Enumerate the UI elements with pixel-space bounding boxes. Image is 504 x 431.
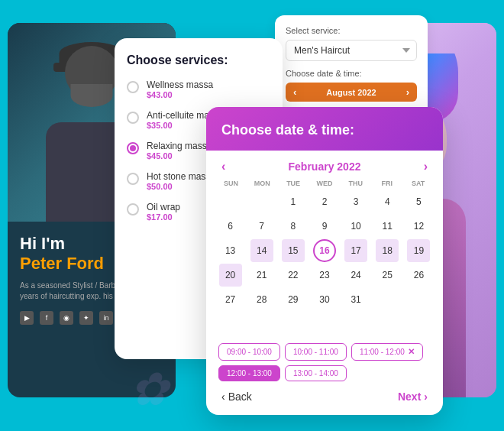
service-price: $45.00 — [147, 151, 212, 160]
prev-month-arrow[interactable]: ‹ — [293, 86, 296, 98]
next-arrow-icon: › — [424, 390, 428, 403]
calendar-day[interactable]: 12 — [407, 215, 430, 238]
calendar-popup: Choose date & time: ‹ February 2022 › SU… — [206, 107, 443, 415]
calendar-day[interactable]: 2 — [313, 190, 336, 213]
stylist-name: Peter Ford — [20, 254, 104, 273]
service-item[interactable]: Wellness massa $43.00 — [127, 79, 270, 99]
service-text: Anti-celluite ma $35.00 — [147, 110, 209, 130]
calendar-day[interactable]: 4 — [376, 190, 399, 213]
calendar-day — [219, 313, 242, 335]
calendar-day[interactable]: 24 — [344, 264, 367, 287]
calendar-day[interactable]: 26 — [407, 264, 430, 287]
calendar-day — [376, 288, 399, 311]
month-navigator: ‹ August 2022 › — [286, 83, 417, 102]
calendar-day — [407, 288, 430, 311]
time-slot-label: 11:00 - 12:00 — [360, 348, 405, 356]
calendar-day[interactable]: 9 — [313, 215, 336, 238]
service-text: Hot stone mass $50.00 — [147, 171, 210, 191]
time-slot-label: 09:00 - 10:00 — [227, 348, 272, 356]
current-month-label: August 2022 — [326, 88, 376, 97]
calendar-header: Choose date & time: — [206, 107, 443, 151]
time-slots-container: 09:00 - 10:0010:00 - 11:0011:00 - 12:00✕… — [206, 335, 443, 384]
calendar-day[interactable]: 7 — [250, 215, 273, 238]
calendar-day[interactable]: 28 — [250, 288, 273, 311]
twitter-icon[interactable]: ✦ — [79, 311, 93, 325]
service-name: Wellness massa — [147, 79, 213, 90]
greeting-line1: Hi I'm — [20, 234, 65, 253]
calendar-day[interactable]: 5 — [407, 190, 430, 213]
calendar-day[interactable]: 21 — [250, 264, 273, 287]
service-select[interactable]: Men's Haircut — [286, 40, 417, 61]
service-price: $35.00 — [147, 121, 209, 130]
service-name: Oil wrap — [147, 202, 180, 212]
service-name: Relaxing massa — [147, 141, 212, 151]
cal-day-headers: SUN MON TUE WED THU FRI SAT — [206, 180, 443, 187]
calendar-day[interactable]: 30 — [313, 288, 336, 311]
calendar-day[interactable]: 14 — [250, 239, 273, 262]
calendar-day[interactable]: 20 — [219, 264, 242, 287]
time-slot-label: 12:00 - 13:00 — [227, 369, 272, 378]
time-slot[interactable]: 13:00 - 14:00 — [285, 365, 347, 381]
calendar-day[interactable]: 1 — [282, 190, 305, 213]
service-name: Anti-celluite ma — [147, 110, 209, 121]
calendar-month-nav: ‹ February 2022 › — [206, 151, 443, 180]
calendar-day[interactable]: 19 — [407, 239, 430, 262]
radio-button[interactable] — [127, 142, 139, 154]
time-slot[interactable]: 09:00 - 10:00 — [218, 343, 280, 361]
calendar-day[interactable]: 10 — [344, 215, 367, 238]
service-price: $43.00 — [147, 90, 213, 99]
service-price: $17.00 — [147, 212, 180, 222]
service-price: $50.00 — [147, 182, 210, 191]
cal-next-arrow[interactable]: › — [424, 160, 428, 173]
back-label: Back — [228, 390, 252, 403]
calendar-day[interactable]: 22 — [282, 264, 305, 287]
time-slot-label: 10:00 - 11:00 — [293, 348, 338, 356]
time-slot[interactable]: 11:00 - 12:00✕ — [351, 343, 423, 361]
select-service-label: Select service: — [286, 26, 417, 35]
calendar-day[interactable]: 13 — [219, 239, 242, 262]
radio-button[interactable] — [127, 173, 139, 185]
calendar-day[interactable]: 8 — [282, 215, 305, 238]
calendar-day[interactable]: 17 — [344, 239, 367, 262]
calendar-day — [250, 190, 273, 213]
radio-button[interactable] — [127, 112, 139, 124]
facebook-icon[interactable]: f — [40, 311, 53, 325]
remove-slot-icon[interactable]: ✕ — [408, 347, 415, 357]
service-text: Relaxing massa $45.00 — [147, 141, 212, 160]
time-slot[interactable]: 12:00 - 13:00 — [218, 365, 280, 381]
choose-date-label: Choose date & time: — [286, 69, 417, 78]
time-slot[interactable]: 10:00 - 11:00 — [285, 343, 347, 361]
back-arrow-icon: ‹ — [221, 390, 225, 403]
back-button[interactable]: ‹ Back — [221, 390, 252, 403]
calendar-day[interactable]: 11 — [376, 215, 399, 238]
radio-button[interactable] — [127, 203, 139, 216]
calendar-day — [219, 190, 242, 213]
calendar-day[interactable]: 23 — [313, 264, 336, 287]
service-name: Hot stone mass — [147, 171, 210, 182]
calendar-day[interactable]: 6 — [219, 215, 242, 238]
linkedin-icon[interactable]: in — [99, 311, 113, 325]
calendar-day[interactable]: 25 — [376, 264, 399, 287]
calendar-grid: 1234567891011121314151617181920212223242… — [206, 190, 443, 335]
next-button[interactable]: Next › — [398, 390, 428, 403]
calendar-day[interactable]: 16 — [313, 239, 336, 262]
next-month-arrow[interactable]: › — [406, 86, 409, 98]
service-text: Wellness massa $43.00 — [147, 79, 213, 99]
cal-prev-arrow[interactable]: ‹ — [221, 160, 225, 173]
calendar-title: Choose date & time: — [221, 122, 428, 138]
calendar-day[interactable]: 29 — [282, 288, 305, 311]
next-label: Next — [398, 390, 421, 403]
youtube-icon[interactable]: ▶ — [20, 311, 34, 325]
beard-shape — [71, 84, 113, 107]
calendar-day[interactable]: 27 — [219, 288, 242, 311]
radio-button[interactable] — [127, 81, 139, 93]
calendar-day[interactable]: 18 — [376, 239, 399, 262]
calendar-day[interactable]: 15 — [282, 239, 305, 262]
time-slot-label: 13:00 - 14:00 — [293, 369, 338, 378]
service-text: Oil wrap $17.00 — [147, 202, 180, 222]
calendar-footer: ‹ Back Next › — [206, 384, 443, 403]
calendar-day[interactable]: 31 — [344, 288, 367, 311]
instagram-icon[interactable]: ◉ — [60, 311, 73, 325]
calendar-day[interactable]: 3 — [344, 190, 367, 213]
cal-month-label: February 2022 — [289, 160, 361, 173]
